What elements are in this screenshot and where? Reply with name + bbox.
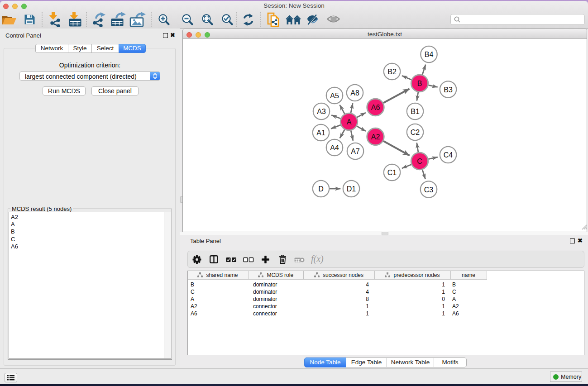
- svg-text:A: A: [347, 118, 352, 126]
- svg-text:A8: A8: [350, 89, 359, 97]
- svg-text:B1: B1: [411, 108, 420, 115]
- svg-text:A3: A3: [317, 108, 326, 115]
- svg-text:A6: A6: [371, 104, 380, 111]
- svg-text:D: D: [318, 185, 324, 193]
- svg-text:A7: A7: [351, 148, 360, 155]
- svg-text:A1: A1: [316, 129, 325, 137]
- svg-text:A5: A5: [330, 92, 339, 100]
- svg-text:C2: C2: [411, 129, 420, 136]
- svg-text:A4: A4: [330, 144, 339, 152]
- svg-text:B: B: [417, 80, 422, 87]
- svg-text:B3: B3: [444, 86, 453, 94]
- svg-text:C3: C3: [424, 186, 434, 194]
- svg-text:C1: C1: [387, 169, 397, 176]
- svg-text:B2: B2: [387, 68, 397, 76]
- svg-text:B4: B4: [425, 51, 434, 58]
- svg-text:C4: C4: [444, 151, 453, 159]
- svg-text:C: C: [417, 157, 422, 165]
- svg-text:D1: D1: [347, 185, 356, 193]
- svg-text:A2: A2: [371, 133, 380, 141]
